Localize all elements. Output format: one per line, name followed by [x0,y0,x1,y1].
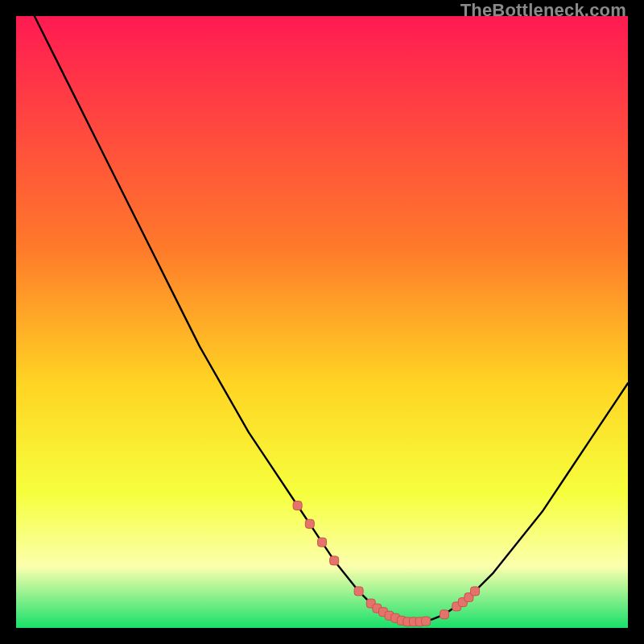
curve-marker [305,519,314,528]
curve-marker [354,587,363,596]
curve-marker [440,610,449,619]
bottleneck-chart [16,16,628,628]
curve-marker [318,538,327,547]
curve-marker [422,617,431,625]
curve-marker [293,502,302,510]
curve-marker [471,587,480,596]
heat-gradient-bg [16,16,628,628]
plot-frame [16,16,628,628]
watermark-text: TheBottleneck.com [460,0,626,21]
curve-marker [330,556,339,565]
